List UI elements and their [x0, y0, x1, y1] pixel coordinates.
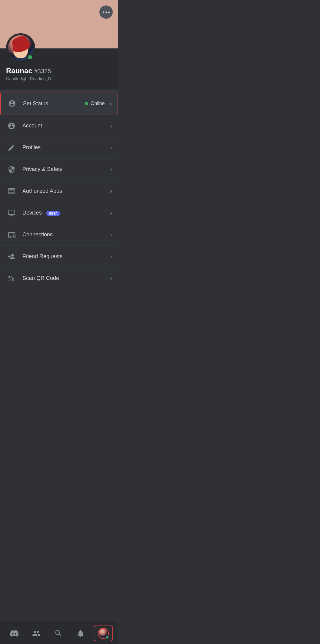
- menu-separator: [0, 90, 118, 92]
- menu-list: Set Status Online › Account › Profiles ›: [0, 93, 118, 289]
- scan-qr-right: ›: [108, 275, 112, 282]
- menu-item-connections[interactable]: Connections ›: [0, 224, 118, 246]
- devices-label: Devices BETA: [22, 210, 108, 216]
- chevron-icon: ›: [110, 231, 112, 238]
- bottom-spacer: [0, 289, 118, 314]
- account-label: Account: [22, 123, 108, 129]
- chevron-icon: ›: [110, 188, 112, 195]
- status-icon: [7, 98, 18, 109]
- qr-icon: [6, 273, 17, 284]
- menu-item-scan-qr[interactable]: Scan QR Code ›: [0, 268, 118, 289]
- friend-requests-right: ›: [108, 253, 112, 260]
- authorized-apps-label: Authorized Apps: [22, 188, 108, 194]
- avatar-wrapper: [6, 33, 35, 62]
- chevron-icon: ›: [110, 166, 112, 173]
- status-value: Online: [91, 101, 105, 106]
- chevron-icon: ›: [110, 253, 112, 260]
- chevron-icon: ›: [110, 275, 112, 282]
- profiles-label: Profiles: [22, 144, 108, 151]
- authorized-apps-icon: [6, 186, 17, 197]
- chevron-icon: ›: [110, 144, 112, 151]
- account-right: ›: [108, 122, 112, 129]
- online-indicator: [85, 102, 88, 105]
- privacy-icon: [6, 164, 17, 175]
- menu-item-profiles[interactable]: Profiles ›: [0, 137, 118, 159]
- friend-requests-icon: [6, 251, 17, 262]
- devices-icon: [6, 208, 17, 218]
- connections-icon: [6, 229, 17, 240]
- profiles-icon: [6, 142, 17, 153]
- devices-right: ›: [108, 209, 112, 216]
- beta-badge: BETA: [46, 211, 60, 216]
- menu-item-account[interactable]: Account ›: [0, 115, 118, 137]
- connections-right: ›: [108, 231, 112, 238]
- privacy-right: ›: [108, 166, 112, 173]
- discriminator: #3325: [34, 68, 51, 75]
- menu-item-friend-requests[interactable]: Friend Requests ›: [0, 246, 118, 268]
- status-dot: [27, 54, 33, 61]
- user-status-text: Candle-light Reading ;D: [6, 76, 112, 81]
- menu-item-devices[interactable]: Devices BETA ›: [0, 202, 118, 224]
- profiles-right: ›: [108, 144, 112, 151]
- set-status-label: Set Status: [23, 100, 85, 107]
- more-dots-icon: [103, 12, 110, 13]
- privacy-safety-label: Privacy & Safety: [22, 166, 108, 172]
- menu-item-set-status[interactable]: Set Status Online ›: [0, 93, 118, 114]
- chevron-icon: ›: [109, 100, 112, 107]
- menu-item-privacy-safety[interactable]: Privacy & Safety ›: [0, 159, 118, 180]
- username: Raunac: [6, 67, 32, 75]
- friend-requests-label: Friend Requests: [22, 253, 108, 260]
- chevron-icon: ›: [110, 209, 112, 216]
- account-icon: [6, 120, 17, 131]
- username-row: Raunac #3325: [6, 67, 112, 75]
- chevron-icon: ›: [110, 122, 112, 129]
- connections-label: Connections: [22, 232, 108, 238]
- profile-info-area: Raunac #3325 Candle-light Reading ;D: [0, 48, 118, 90]
- more-options-button[interactable]: [99, 5, 113, 19]
- scan-qr-label: Scan QR Code: [22, 275, 108, 281]
- menu-item-authorized-apps[interactable]: Authorized Apps ›: [0, 180, 118, 202]
- set-status-right: Online ›: [85, 100, 112, 107]
- authorized-apps-right: ›: [108, 188, 112, 195]
